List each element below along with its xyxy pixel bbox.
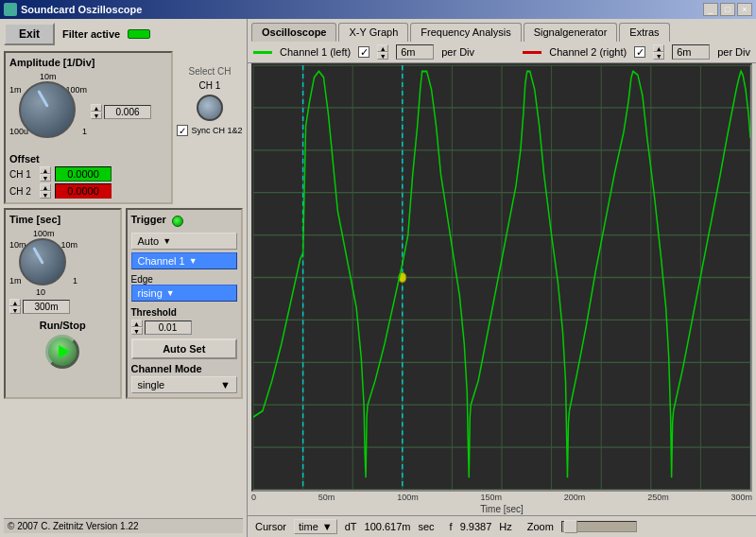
window-title: Soundcard Oszilloscope [21,4,142,15]
dt-unit: sec [418,521,434,532]
time-section: Time [sec] 100m 10m 1 10 10m 1m [4,208,122,399]
cursor-label: Cursor [255,521,286,532]
time-value: 300m [23,300,70,314]
title-bar: Soundcard Oszilloscope _ □ × [0,0,756,19]
run-stop-label: Run/Stop [40,320,86,331]
ch2-per-div-label: per Div [717,46,750,58]
ch1-per-div-stepper[interactable]: ▲ ▼ [377,44,388,60]
trigger-led [172,216,183,227]
ch1-line-indicator [253,51,272,54]
amp-label-10m: 10m [40,72,57,81]
amplitude-down[interactable]: ▼ [91,112,102,119]
edge-dropdown[interactable]: rising ▼ [131,285,238,302]
threshold-label: Threshold [131,307,238,318]
time-tick-100m: 100m [397,493,419,502]
threshold-stepper[interactable]: ▲ ▼ [131,320,143,335]
ch2-checkbox[interactable]: ✓ [634,46,645,58]
tabs-bar: Oscilloscope X-Y Graph Frequency Analysi… [248,19,756,42]
ch1-offset-value[interactable]: 0.0000 [55,166,112,182]
ch1-checkbox[interactable]: ✓ [358,46,369,58]
channel-mode-label: Channel Mode [131,363,238,374]
cursor-bar: Cursor time ▼ dT 100.617m sec f 9.9387 H… [248,515,756,537]
time-tick-50m: 50m [318,493,335,502]
oscilloscope-display [251,63,752,492]
ch2-line-indicator [523,51,541,54]
trigger-mode-dropdown[interactable]: Auto ▼ [131,233,238,250]
run-stop-button[interactable] [45,335,79,369]
time-title: Time [sec] [9,214,116,225]
time-axis-label: Time [sec] [248,503,756,515]
amplitude-title: Amplitude [1/Div] [9,57,167,68]
tab-extras[interactable]: Extras [619,23,669,42]
dt-value: 100.617m [365,521,411,532]
right-panel: Oscilloscope X-Y Graph Frequency Analysi… [248,19,756,537]
f-label: f [450,521,453,532]
ch2-offset-label: CH 2 [9,186,36,197]
edge-label: Edge [131,274,238,285]
ch1-offset-label: CH 1 [9,169,36,180]
minimize-button[interactable]: _ [703,3,718,16]
ch2-channel-label: Channel 2 (right) [549,46,627,58]
ch1-select-label: CH 1 [199,80,221,91]
amp-label-1: 1 [82,127,87,136]
ch2-offset-value[interactable]: 0.0000 [55,183,112,199]
offset-section: Offset CH 1 ▲ ▼ 0.0000 CH 2 ▲ ▼ [9,153,167,199]
ch1-offset-stepper[interactable]: ▲ ▼ [40,166,51,182]
amplitude-stepper[interactable]: ▲ ▼ [91,104,102,119]
zoom-handle[interactable] [564,520,577,533]
filter-active-label: Filter active [62,28,120,40]
time-tick-250m: 250m [647,493,669,502]
tab-signalgenerator[interactable]: Signalgenerator [524,23,618,42]
cursor-type-dropdown[interactable]: time ▼ [294,519,337,534]
sync-row: ✓ Sync CH 1&2 [177,125,242,136]
time-tick-0: 0 [251,493,256,502]
filter-active-led [128,29,150,39]
threshold-value[interactable]: 0.01 [145,320,192,335]
ch1-channel-label: Channel 1 (left) [280,46,351,58]
time-axis-labels: 0 50m 100m 150m 200m 250m 300m [248,492,756,503]
zoom-slider[interactable] [561,521,637,532]
tab-frequency-analysis[interactable]: Frequency Analysis [410,23,521,42]
ch2-offset-stepper[interactable]: ▲ ▼ [40,183,51,199]
ch2-per-div-stepper[interactable]: ▲ ▼ [653,44,664,60]
amplitude-up[interactable]: ▲ [91,104,102,112]
close-button[interactable]: × [737,3,752,16]
left-panel: Exit Filter active Amplitude [1/Div] 10m… [0,19,248,537]
auto-set-button[interactable]: Auto Set [131,338,238,359]
f-unit: Hz [499,521,511,532]
channel-mode-dropdown[interactable]: single ▼ [131,376,238,393]
sync-label: Sync CH 1&2 [191,126,242,135]
ch1-select-circle[interactable] [197,95,223,121]
offset-title: Offset [9,153,40,165]
ch1-per-div[interactable]: 6m [396,44,434,60]
trigger-section: Trigger Auto ▼ Channel 1 ▼ Edge rising ▼ [126,208,244,399]
time-tick-150m: 150m [480,493,502,502]
time-knob[interactable] [19,238,66,286]
trigger-channel-dropdown[interactable]: Channel 1 ▼ [131,252,238,269]
time-tick-200m: 200m [564,493,586,502]
tab-oscilloscope[interactable]: Oscilloscope [251,23,336,42]
ch2-per-div[interactable]: 6m [672,44,710,60]
zoom-label: Zoom [527,521,554,532]
amplitude-section: Amplitude [1/Div] 10m 100m 1 1m 100u [4,51,173,204]
time-tick-300m: 300m [730,493,752,502]
tab-xy-graph[interactable]: X-Y Graph [338,23,408,42]
exit-button[interactable]: Exit [4,23,55,45]
amp-label-1m: 1m [9,85,22,95]
ch1-per-div-label: per Div [441,46,474,58]
trigger-title: Trigger [131,214,166,225]
dt-label: dT [345,521,357,532]
exit-filter-row: Exit Filter active [4,23,243,45]
amplitude-value: 0.006 [104,105,151,119]
time-stepper[interactable]: ▲ ▼ [9,299,21,314]
channel-row: Channel 1 (left) ✓ ▲ ▼ 6m per Div Channe… [248,42,756,63]
select-ch-label: Select CH [188,66,231,77]
f-value: 9.9387 [460,521,492,532]
amplitude-knob[interactable] [19,81,76,138]
sync-checkbox[interactable]: ✓ [177,125,188,136]
maximize-button[interactable]: □ [720,3,735,16]
footer-copyright: © 2007 C. Zeitnitz Version 1.22 [4,518,243,533]
app-icon [4,3,17,16]
oscilloscope-grid [253,65,750,490]
